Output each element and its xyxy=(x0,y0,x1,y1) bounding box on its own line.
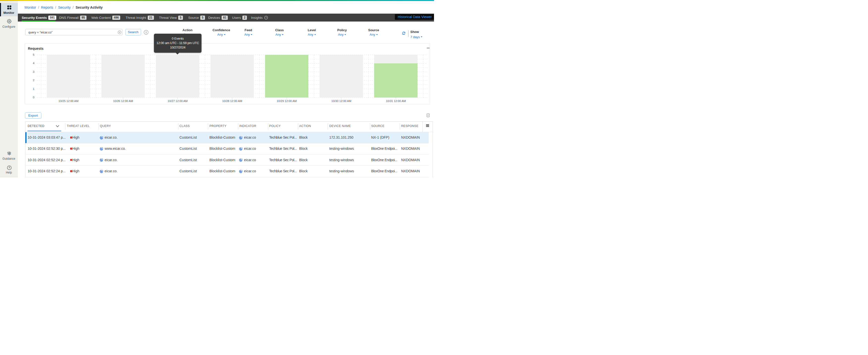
svg-text:?: ? xyxy=(8,166,10,169)
svg-text:?: ? xyxy=(266,16,267,19)
